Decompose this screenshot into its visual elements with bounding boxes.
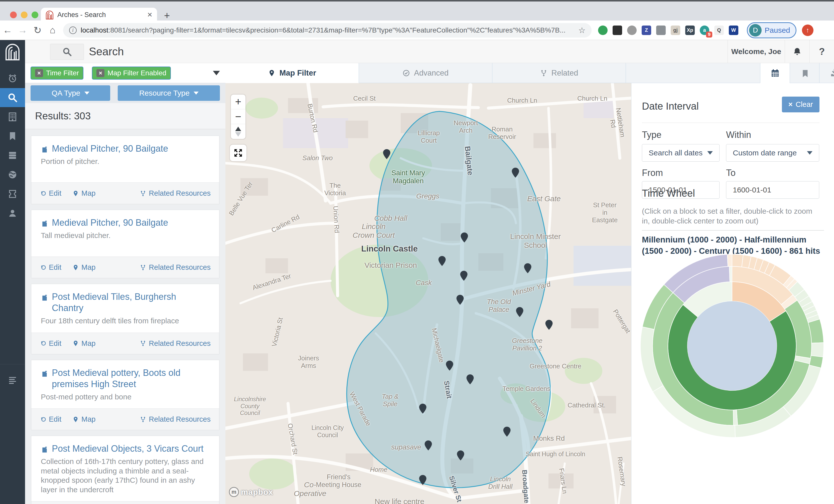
- result-title-link[interactable]: Post Medieval Objects, 3 Vicars Court: [41, 443, 210, 454]
- window-close-button[interactable]: [10, 12, 17, 18]
- result-title-link[interactable]: Post Medieval Tiles, Burghersh Chantry: [41, 291, 210, 314]
- map-place-label: Monks Rd: [533, 434, 565, 442]
- window-minimize-button[interactable]: [21, 12, 27, 18]
- fit-extent-button[interactable]: [230, 145, 246, 161]
- within-select[interactable]: Custom date range: [726, 144, 819, 162]
- compass-button[interactable]: [231, 124, 245, 139]
- geojson-extension-icon[interactable]: gj: [671, 25, 680, 35]
- sidebar-item-server[interactable]: [0, 146, 25, 165]
- calendar-icon: [770, 68, 780, 78]
- sidebar-item-search[interactable]: [0, 88, 25, 107]
- clear-button[interactable]: × Clear: [782, 97, 819, 112]
- back-button[interactable]: ←: [0, 25, 15, 36]
- easel-extension-icon[interactable]: [613, 25, 622, 35]
- result-title-link[interactable]: Medieval Pitcher, 90 Bailgate: [41, 143, 210, 154]
- sidebar-item-ticket[interactable]: [0, 184, 25, 203]
- map-link[interactable]: Map: [72, 189, 95, 198]
- pitcher-icon: [41, 219, 48, 226]
- resource-type-dropdown[interactable]: Resource Type: [118, 85, 220, 101]
- map-place-label: Joiners Arms: [298, 354, 319, 370]
- tab-advanced[interactable]: Advanced: [359, 63, 492, 83]
- xpath-extension-icon[interactable]: Xp: [685, 25, 695, 35]
- axe-extension-icon[interactable]: a9: [700, 25, 709, 35]
- map-filter-tag[interactable]: × Map Filter Enabled: [92, 67, 171, 79]
- tab-close-icon[interactable]: ✕: [147, 11, 153, 19]
- tab-export[interactable]: [819, 63, 834, 83]
- sidebar-item-menu[interactable]: [0, 370, 25, 389]
- sidebar-item-globe[interactable]: [0, 165, 25, 184]
- reload-button[interactable]: ↻: [30, 25, 45, 36]
- window-zoom-button[interactable]: [31, 12, 38, 18]
- tab-map-filter[interactable]: Map Filter: [225, 63, 359, 83]
- search-input[interactable]: [89, 43, 690, 61]
- time-wheel-center[interactable]: [687, 301, 777, 390]
- caret-down-icon: [707, 151, 713, 155]
- related-resources-link[interactable]: Related Resources: [140, 339, 211, 348]
- qa-type-dropdown[interactable]: QA Type: [30, 85, 110, 101]
- related-resources-link[interactable]: Related Resources: [140, 263, 211, 272]
- zoom-in-button[interactable]: +: [231, 95, 245, 109]
- edit-link[interactable]: Edit: [40, 263, 61, 272]
- fork-icon: [140, 264, 146, 271]
- address-bar[interactable]: i localhost:8081/search?paging-filter=1&…: [63, 23, 592, 38]
- tab-time-filter[interactable]: [760, 63, 790, 83]
- new-tab-button[interactable]: +: [164, 10, 170, 21]
- sidebar-item-bookmark[interactable]: [0, 127, 25, 146]
- sidebar-item-building[interactable]: [0, 107, 25, 127]
- tab-related[interactable]: Related: [492, 63, 626, 83]
- map-link[interactable]: Map: [72, 263, 95, 272]
- edit-link[interactable]: Edit: [40, 415, 61, 423]
- map-place-label: Greestone Pavillion 2: [512, 337, 542, 352]
- browser-update-button[interactable]: ↑: [802, 25, 813, 36]
- related-resources-link[interactable]: Related Resources: [140, 189, 211, 198]
- profile-button[interactable]: D Paused: [747, 22, 796, 38]
- time-wheel-block[interactable]: [733, 410, 738, 426]
- compass-south-icon: [235, 132, 241, 137]
- type-select[interactable]: Search all dates: [642, 144, 720, 162]
- tab-saved-searches[interactable]: [790, 63, 819, 83]
- circle-ext-extension-icon[interactable]: [627, 25, 637, 35]
- edit-link[interactable]: Edit: [40, 189, 61, 198]
- globe-ext-extension-icon[interactable]: W: [729, 25, 738, 35]
- home-button[interactable]: ⌂: [45, 25, 60, 36]
- site-info-icon[interactable]: i: [69, 26, 76, 34]
- time-wheel-block[interactable]: [732, 254, 743, 267]
- to-date-input[interactable]: [726, 181, 819, 199]
- time-filter-tag[interactable]: × Time Filter: [30, 67, 83, 79]
- related-resources-link[interactable]: Related Resources: [140, 415, 211, 423]
- map-canvas[interactable]: Cecil StChurch LnChurch LnBurton RdNettl…: [225, 83, 631, 504]
- bookmark-star-icon[interactable]: ☆: [578, 25, 586, 35]
- notifications-button[interactable]: [785, 40, 809, 63]
- active-filters-bar: × Time Filter × Map Filter Enabled: [25, 63, 225, 83]
- evernote-extension-icon[interactable]: [598, 25, 608, 35]
- sidebar-item-clock[interactable]: [0, 69, 25, 88]
- welcome-user[interactable]: Welcome, Joe: [728, 40, 785, 63]
- browser-tab[interactable]: Arches - Search ✕: [41, 8, 157, 22]
- result-description: Collection of 16th-17th century pottery,…: [41, 457, 210, 494]
- filters-dropdown-caret-icon[interactable]: [213, 71, 220, 75]
- zotero-extension-icon[interactable]: Z: [642, 25, 651, 35]
- remove-time-filter-icon[interactable]: ×: [35, 69, 43, 77]
- map-link[interactable]: Map: [72, 415, 95, 423]
- type-filter-row: QA Type Resource Type: [25, 83, 225, 103]
- edit-link[interactable]: Edit: [40, 339, 61, 348]
- zoom-out-button[interactable]: −: [231, 109, 245, 124]
- help-button[interactable]: ?: [809, 40, 834, 63]
- search-icon-box[interactable]: [50, 44, 84, 60]
- inspector-extension-icon[interactable]: Q: [714, 25, 724, 35]
- result-description: Post-med pottery and bone: [41, 392, 210, 402]
- time-wheel-block[interactable]: [727, 254, 732, 267]
- mapbox-attribution[interactable]: m mapbox: [229, 487, 273, 497]
- grid-ext-extension-icon[interactable]: [656, 25, 666, 35]
- time-wheel-chart[interactable]: [639, 253, 825, 439]
- time-wheel-block[interactable]: [729, 266, 732, 282]
- sidebar-item-user[interactable]: [0, 204, 25, 223]
- remove-map-filter-icon[interactable]: ×: [96, 69, 105, 77]
- result-title-link[interactable]: Medieval Pitcher, 90 Bailgate: [41, 217, 210, 228]
- forward-button[interactable]: →: [15, 25, 30, 36]
- map-link[interactable]: Map: [72, 339, 95, 348]
- arches-logo-icon[interactable]: [4, 43, 21, 61]
- time-wheel-block[interactable]: [811, 343, 824, 357]
- result-title-link[interactable]: Post Medieval pottery, Boots old premise…: [41, 367, 210, 390]
- map-place-label: Victorian Prison: [365, 261, 417, 270]
